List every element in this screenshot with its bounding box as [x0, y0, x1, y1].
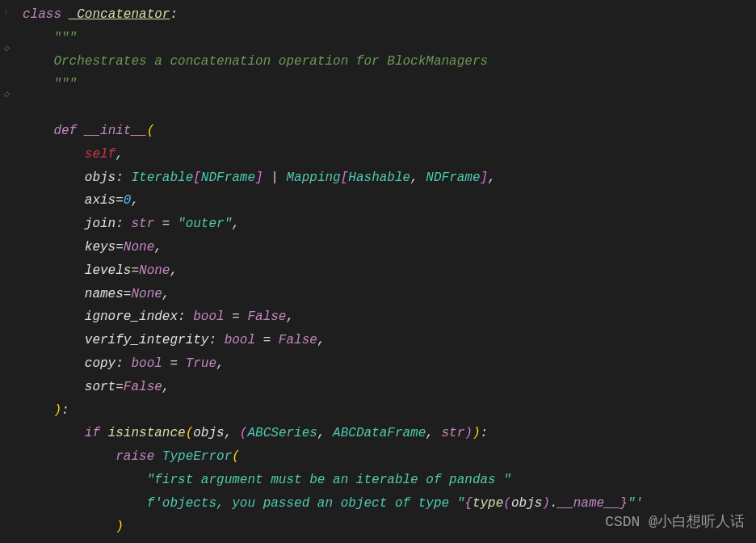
code-line-14[interactable]: ignore_index: bool = False, — [23, 305, 756, 329]
code-line-10[interactable]: join: str = "outer", — [23, 213, 756, 236]
keyword-class: class — [23, 7, 61, 22]
docstring-close: """ — [53, 77, 77, 91]
param-levels: levels — [85, 263, 132, 278]
type-iterable: Iterable — [131, 170, 193, 185]
param-sort: sort — [85, 380, 116, 394]
code-line-17[interactable]: sort=False, — [23, 376, 756, 399]
code-line-8[interactable]: objs: Iterable[NDFrame] | Mapping[Hashab… — [23, 166, 756, 190]
colon: : — [170, 7, 178, 22]
keyword-if: if — [85, 426, 100, 440]
code-line-16[interactable]: copy: bool = True, — [23, 352, 756, 376]
code-line-21[interactable]: "first argument must be an iterable of p… — [23, 469, 756, 492]
code-line-7[interactable]: self, — [23, 143, 756, 166]
param-objs: objs — [85, 170, 116, 185]
fstring-prefix: f — [147, 496, 155, 511]
code-line-20[interactable]: raise TypeError( — [23, 445, 756, 469]
code-line-2[interactable]: """ — [23, 27, 756, 50]
code-line-3[interactable]: Orchestrates a concatenation operation f… — [23, 50, 756, 74]
type-mapping: Mapping — [287, 170, 341, 185]
method-name: __init__ — [85, 124, 147, 138]
param-verify-integrity: verify_integrity — [85, 333, 209, 347]
editor-gutter: › ◇ ◇ — [0, 0, 16, 543]
code-editor[interactable]: class _Concatenator: """ Orchestrates a … — [0, 0, 756, 538]
param-self: self — [85, 147, 116, 162]
param-keys: keys — [85, 240, 116, 255]
param-ignore-index: ignore_index — [85, 309, 178, 324]
code-line-11[interactable]: keys=None, — [23, 236, 756, 259]
code-line-15[interactable]: verify_integrity: bool = False, — [23, 329, 756, 352]
docstring-text: Orchestrates a concatenation operation f… — [53, 54, 488, 69]
param-axis: axis — [85, 193, 116, 208]
keyword-raise: raise — [116, 449, 154, 464]
param-names: names — [85, 287, 124, 301]
watermark: CSDN @小白想听人话 — [605, 509, 745, 535]
fold-icon[interactable]: › — [0, 3, 16, 24]
class-name: _Concatenator — [69, 7, 170, 22]
docstring-open: """ — [53, 31, 77, 45]
code-line-4[interactable]: """ — [23, 73, 756, 96]
code-line-6[interactable]: def __init__( — [23, 120, 756, 143]
param-copy: copy — [85, 356, 116, 371]
code-line-5[interactable] — [23, 96, 756, 120]
param-join: join — [85, 217, 116, 231]
paren-close: ) — [53, 403, 61, 418]
keyword-def: def — [53, 124, 77, 138]
paren-close-raise: ) — [116, 520, 124, 534]
code-line-1[interactable]: class _Concatenator: — [23, 3, 756, 27]
string-literal-1: "first argument must be an iterable of p… — [147, 473, 511, 487]
code-line-18[interactable]: ): — [23, 399, 756, 423]
code-line-12[interactable]: levels=None, — [23, 259, 756, 283]
gutter-marker-1[interactable]: ◇ — [0, 39, 16, 60]
code-line-19[interactable]: if isinstance(objs, (ABCSeries, ABCDataF… — [23, 422, 756, 445]
gutter-marker-2[interactable]: ◇ — [0, 85, 16, 106]
code-line-9[interactable]: axis=0, — [23, 189, 756, 213]
paren-open: ( — [147, 124, 155, 138]
code-line-13[interactable]: names=None, — [23, 283, 756, 306]
exception-type: TypeError — [162, 449, 232, 464]
builtin-isinstance: isinstance — [108, 426, 186, 440]
